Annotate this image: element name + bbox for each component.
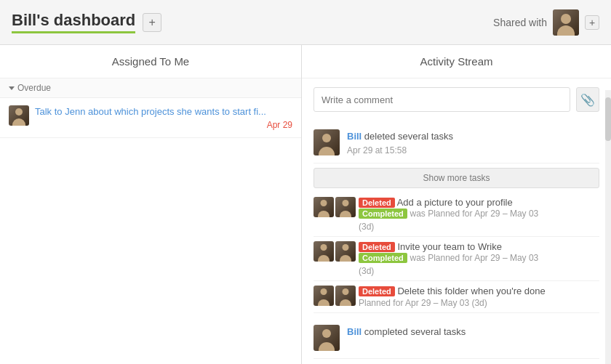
task-duration-2: (3d) [359, 266, 599, 276]
task-title[interactable]: Talk to Jenn about which projects she wa… [35, 105, 292, 118]
overdue-label[interactable]: Overdue [0, 78, 301, 98]
task-item[interactable]: Talk to Jenn about which projects she wa… [0, 98, 301, 138]
activity-user[interactable]: Bill [347, 131, 362, 142]
task-avatars-2 [314, 241, 356, 262]
task-meta-line-2: Completed was Planned for Apr 29 – May 0… [359, 252, 599, 263]
task-group-2: Deleted Invite your team to Wrike Comple… [314, 237, 599, 281]
badge-completed-1: Completed [359, 209, 407, 219]
activity-avatar-bottom [314, 325, 340, 351]
task-line-3: Deleted Delete this folder when you're d… [359, 286, 599, 296]
small-avatar-1b [335, 197, 356, 217]
scrollbar-thumb[interactable] [605, 97, 611, 141]
task-meta-line-1: Completed was Planned for Apr 29 – May 0… [359, 208, 599, 219]
small-avatar-3b [335, 286, 356, 306]
activity-text-bottom: Bill completed several tasks [347, 325, 599, 339]
avatar[interactable] [553, 9, 579, 36]
task-name-1[interactable]: Add a picture to your profile [397, 197, 513, 208]
attach-button[interactable]: 📎 [576, 87, 599, 112]
task-meta-3: Planned for Apr 29 – May 03 (3d) [359, 298, 599, 308]
activity-item: Bill deleted several tasks Apr 29 at 15:… [314, 122, 599, 163]
task-duration-1: (3d) [359, 222, 599, 232]
task-group-3: Deleted Delete this folder when you're d… [314, 281, 599, 313]
comment-box: 📎 [314, 87, 599, 112]
user-avatar-img [553, 9, 579, 36]
task-avatars-3 [314, 286, 356, 306]
activity-body: Bill deleted several tasks Apr 29 at 15:… [347, 129, 599, 155]
activity-action: deleted several tasks [362, 131, 453, 142]
small-avatar-1a [314, 197, 334, 217]
badge-deleted-2: Deleted [359, 242, 395, 252]
activity-text: Bill deleted several tasks [347, 129, 599, 144]
dashboard-title: Bill's dashboard [12, 11, 135, 33]
task-avatars-1 [314, 197, 356, 217]
small-avatar-2b [335, 241, 356, 262]
activity-action-bottom: completed several tasks [362, 326, 466, 337]
activity-user-bottom[interactable]: Bill [347, 326, 362, 337]
shared-section: Shared with + [493, 9, 599, 36]
activity-item-bottom: Bill completed several tasks [314, 318, 599, 359]
badge-deleted-3: Deleted [359, 286, 395, 296]
left-panel: Assigned To Me Overdue Talk to Jenn abou… [0, 45, 302, 364]
badge-completed-2: Completed [359, 253, 407, 263]
task-meta-1: was Planned for Apr 29 – May 03 [410, 209, 538, 219]
activity-stream-header: Activity Stream [302, 45, 611, 78]
assigned-to-me-header: Assigned To Me [0, 45, 301, 78]
add-tab-button[interactable]: + [143, 13, 161, 32]
task-details-3: Deleted Delete this folder when you're d… [359, 286, 599, 308]
top-bar: Bill's dashboard + Shared with + [0, 0, 611, 45]
task-group-1: Deleted Add a picture to your profile Co… [314, 193, 599, 237]
activity-avatar [314, 129, 340, 155]
add-shared-button[interactable]: + [585, 15, 599, 30]
activity-content: 📎 Bill deleted several tasks Apr 29 at 1… [302, 78, 611, 364]
task-meta-2: was Planned for Apr 29 – May 03 [410, 253, 538, 263]
show-more-tasks-button[interactable]: Show more tasks [314, 168, 599, 188]
task-avatar [9, 105, 29, 126]
task-line-2: Deleted Invite your team to Wrike [359, 241, 599, 252]
task-line-1: Deleted Add a picture to your profile [359, 197, 599, 208]
overdue-text: Overdue [17, 83, 51, 93]
task-name-2[interactable]: Invite your team to Wrike [397, 241, 502, 252]
task-name-3[interactable]: Delete this folder when you're done [397, 286, 545, 296]
activity-time: Apr 29 at 15:58 [347, 145, 599, 155]
small-avatar-2a [314, 241, 334, 262]
task-details-2: Deleted Invite your team to Wrike Comple… [359, 241, 599, 276]
comment-input[interactable] [314, 87, 570, 112]
task-content: Talk to Jenn about which projects she wa… [35, 105, 292, 130]
task-details-1: Deleted Add a picture to your profile Co… [359, 197, 599, 232]
small-avatar-3a [314, 286, 334, 306]
badge-deleted-1: Deleted [359, 198, 395, 208]
shared-text: Shared with [493, 17, 547, 28]
main-content: Assigned To Me Overdue Talk to Jenn abou… [0, 45, 611, 364]
scrollbar-track [605, 90, 611, 364]
activity-body-bottom: Bill completed several tasks [347, 325, 599, 351]
right-panel: Activity Stream 📎 Bill deleted several t… [302, 45, 611, 364]
collapse-icon [9, 86, 15, 90]
task-date: Apr 29 [35, 120, 292, 130]
